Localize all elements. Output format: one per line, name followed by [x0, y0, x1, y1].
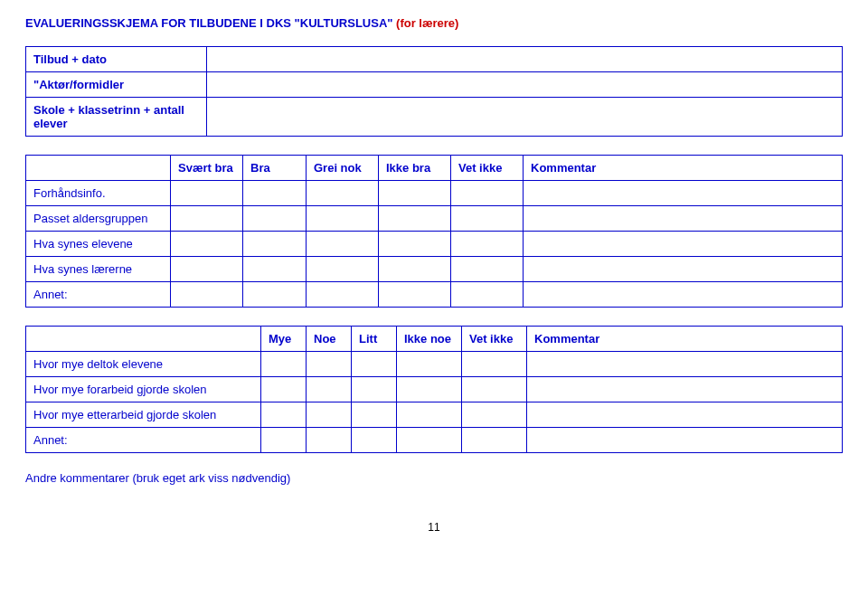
part-comment[interactable] — [527, 377, 843, 402]
rating-header-empty — [26, 156, 171, 181]
rating-cell[interactable] — [171, 181, 243, 206]
rating-cell[interactable] — [243, 206, 307, 232]
rating-label-passet: Passet aldersgruppen — [26, 206, 171, 232]
rating-cell[interactable] — [307, 282, 379, 308]
part-comment[interactable] — [527, 352, 843, 377]
rating-row-elevene: Hva synes elevene — [26, 232, 843, 257]
part-cell[interactable] — [462, 377, 527, 402]
rating-comment[interactable] — [524, 282, 843, 308]
part-cell[interactable] — [352, 402, 397, 428]
info-aktor-value[interactable] — [207, 72, 843, 98]
info-skole-value[interactable] — [207, 98, 843, 137]
part-cell[interactable] — [261, 428, 307, 453]
info-tilbud-label: Tilbud + dato — [26, 47, 207, 72]
rating-cell[interactable] — [307, 181, 379, 206]
rating-cell[interactable] — [243, 181, 307, 206]
rating-label-elevene: Hva synes elevene — [26, 232, 171, 257]
part-cell[interactable] — [307, 428, 352, 453]
rating-cell[interactable] — [379, 232, 451, 257]
rating-cell[interactable] — [379, 206, 451, 232]
part-label-forarbeid: Hvor mye forarbeid gjorde skolen — [26, 377, 261, 402]
rating-comment[interactable] — [524, 206, 843, 232]
part-row-annet: Annet: — [26, 428, 843, 453]
part-cell[interactable] — [307, 377, 352, 402]
part-cell[interactable] — [261, 377, 307, 402]
rating-cell[interactable] — [243, 232, 307, 257]
title-main: EVALUERINGSSKJEMA FOR TILBUDENE I DKS "K… — [25, 16, 396, 30]
rating-row-forhand: Forhåndsinfo. — [26, 181, 843, 206]
part-cell[interactable] — [352, 352, 397, 377]
part-cell[interactable] — [352, 428, 397, 453]
rating-cell[interactable] — [451, 282, 524, 308]
part-label-etterarbeid: Hvor mye etterarbeid gjorde skolen — [26, 402, 261, 428]
part-header-mye: Mye — [261, 327, 307, 352]
rating-row-laererne: Hva synes lærerne — [26, 257, 843, 282]
part-comment[interactable] — [527, 402, 843, 428]
part-cell[interactable] — [261, 402, 307, 428]
page-title: EVALUERINGSSKJEMA FOR TILBUDENE I DKS "K… — [25, 16, 843, 30]
part-label-annet: Annet: — [26, 428, 261, 453]
part-cell[interactable] — [307, 352, 352, 377]
rating-header-ikke-bra: Ikke bra — [379, 156, 451, 181]
rating-label-forhand: Forhåndsinfo. — [26, 181, 171, 206]
rating-header-kommentar: Kommentar — [524, 156, 843, 181]
part-cell[interactable] — [307, 402, 352, 428]
part-cell[interactable] — [397, 428, 462, 453]
participation-table: Mye Noe Litt Ikke noe Vet ikke Kommentar… — [25, 326, 843, 453]
title-sub: (for lærere) — [396, 16, 458, 30]
rating-header-svaert-bra: Svært bra — [171, 156, 243, 181]
rating-header-grei-nok: Grei nok — [307, 156, 379, 181]
info-tilbud-value[interactable] — [207, 47, 843, 72]
part-cell[interactable] — [462, 352, 527, 377]
page-number: 11 — [25, 521, 843, 534]
info-aktor-label: "Aktør/formidler — [26, 72, 207, 98]
rating-comment[interactable] — [524, 181, 843, 206]
part-row-etterarbeid: Hvor mye etterarbeid gjorde skolen — [26, 402, 843, 428]
rating-cell[interactable] — [451, 181, 524, 206]
part-row-deltok: Hvor mye deltok elevene — [26, 352, 843, 377]
rating-cell[interactable] — [171, 257, 243, 282]
part-label-deltok: Hvor mye deltok elevene — [26, 352, 261, 377]
part-header-litt: Litt — [352, 327, 397, 352]
rating-cell[interactable] — [171, 232, 243, 257]
footer-note: Andre kommentarer (bruk eget ark viss nø… — [25, 471, 843, 485]
rating-cell[interactable] — [307, 257, 379, 282]
part-cell[interactable] — [397, 402, 462, 428]
rating-cell[interactable] — [379, 257, 451, 282]
rating-cell[interactable] — [379, 282, 451, 308]
rating-cell[interactable] — [307, 232, 379, 257]
part-cell[interactable] — [462, 402, 527, 428]
part-header-ikke-noe: Ikke noe — [397, 327, 462, 352]
rating-header-vet-ikke: Vet ikke — [451, 156, 524, 181]
rating-comment[interactable] — [524, 232, 843, 257]
rating-row-passet: Passet aldersgruppen — [26, 206, 843, 232]
rating-cell[interactable] — [451, 206, 524, 232]
part-header-empty — [26, 327, 261, 352]
part-cell[interactable] — [261, 352, 307, 377]
part-cell[interactable] — [397, 352, 462, 377]
part-header-vet-ikke: Vet ikke — [462, 327, 527, 352]
rating-cell[interactable] — [307, 206, 379, 232]
rating-row-annet: Annet: — [26, 282, 843, 308]
rating-cell[interactable] — [451, 257, 524, 282]
rating-comment[interactable] — [524, 257, 843, 282]
info-table: Tilbud + dato "Aktør/formidler Skole + k… — [25, 46, 843, 137]
rating-cell[interactable] — [243, 257, 307, 282]
rating-header-bra: Bra — [243, 156, 307, 181]
rating-label-laererne: Hva synes lærerne — [26, 257, 171, 282]
rating-cell[interactable] — [243, 282, 307, 308]
rating-cell[interactable] — [171, 206, 243, 232]
part-cell[interactable] — [352, 377, 397, 402]
rating-table: Svært bra Bra Grei nok Ikke bra Vet ikke… — [25, 155, 843, 308]
part-cell[interactable] — [397, 377, 462, 402]
rating-cell[interactable] — [379, 181, 451, 206]
rating-label-annet: Annet: — [26, 282, 171, 308]
info-skole-label: Skole + klassetrinn + antall elever — [26, 98, 207, 137]
part-header-noe: Noe — [307, 327, 352, 352]
part-row-forarbeid: Hvor mye forarbeid gjorde skolen — [26, 377, 843, 402]
part-cell[interactable] — [462, 428, 527, 453]
rating-cell[interactable] — [171, 282, 243, 308]
rating-cell[interactable] — [451, 232, 524, 257]
part-header-kommentar: Kommentar — [527, 327, 843, 352]
part-comment[interactable] — [527, 428, 843, 453]
